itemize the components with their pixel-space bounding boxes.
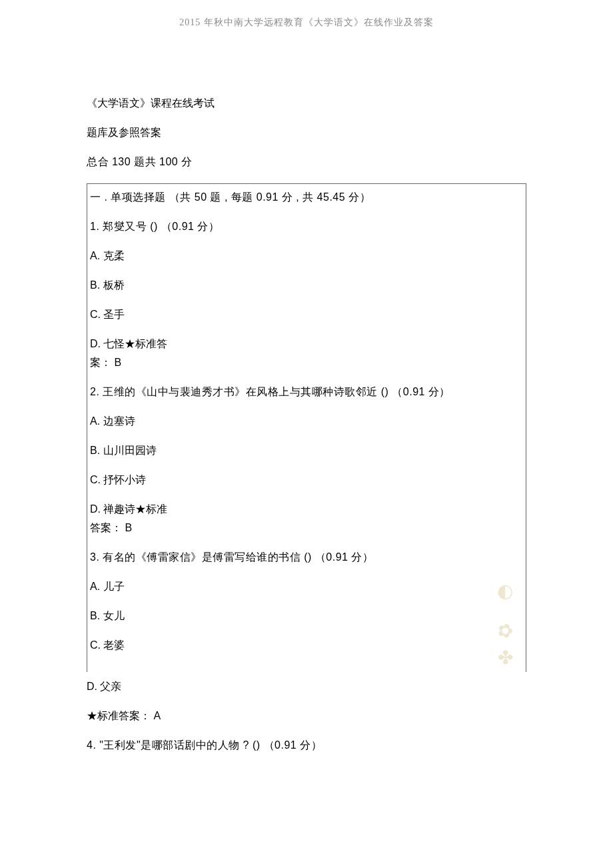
q4-text: 4. "王利发"是哪部话剧中的人物 ? () （0.91 分） <box>87 737 526 753</box>
section-header: 一 . 单项选择题 （共 50 题 , 每题 0.91 分 , 共 45.45 … <box>87 189 526 205</box>
page-header: 2015 年秋中南大学远程教育《大学语文》在线作业及答案 <box>87 17 526 29</box>
q2-option-d-answer-2: 答案： B <box>87 520 526 536</box>
q2-text: 2. 王维的《山中与裴迪秀才书》在风格上与其哪种诗歌邻近 () （0.91 分） <box>87 384 526 400</box>
q1-option-d-answer-1: D. 七怪★标准答 <box>87 336 526 352</box>
q1-text: 1. 郑燮又号 () （0.91 分） <box>87 219 526 235</box>
q3-option-a: A. 儿子 <box>87 579 526 595</box>
document-page: 2015 年秋中南大学远程教育《大学语文》在线作业及答案 《大学语文》课程在线考… <box>0 0 613 793</box>
q3-text: 3. 有名的《傅雷家信》是傅雷写给谁的书信 () （0.91 分） <box>87 549 526 565</box>
q2-option-a: A. 边塞诗 <box>87 413 526 429</box>
total-line: 总合 130 题共 100 分 <box>87 154 526 170</box>
q3-answer: ★标准答案： A <box>87 708 526 724</box>
q3-option-b: B. 女儿 <box>87 608 526 624</box>
doc-title: 《大学语文》课程在线考试 <box>87 95 526 111</box>
q1-option-d-answer-2: 案： B <box>87 355 526 371</box>
q1-option-b: B. 板桥 <box>87 277 526 293</box>
q1-option-c: C. 圣手 <box>87 307 526 323</box>
q3-option-d: D. 父亲 <box>87 679 526 695</box>
q3-option-c: C. 老婆 <box>87 637 526 653</box>
question-block: 一 . 单项选择题 （共 50 题 , 每题 0.91 分 , 共 45.45 … <box>87 183 526 672</box>
doc-subtitle: 题库及参照答案 <box>87 125 526 141</box>
q1-option-a: A. 克柔 <box>87 248 526 264</box>
q2-option-b: B. 山川田园诗 <box>87 443 526 459</box>
q2-option-c: C. 抒怀小诗 <box>87 472 526 488</box>
q2-option-d-answer-1: D. 禅趣诗★标准 <box>87 501 526 517</box>
